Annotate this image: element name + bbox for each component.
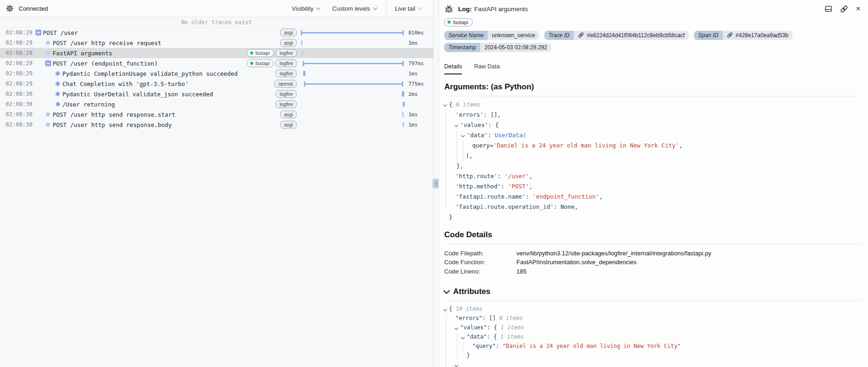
code-line: 'fastapi.route.operation_id': None,: [444, 202, 861, 212]
row-timestamp: 02:08:29: [6, 70, 33, 77]
menu-custom-levels[interactable]: Custom levels: [332, 5, 377, 12]
copy-link-button[interactable]: [840, 5, 848, 13]
code-detail-label: Code Filepath:: [444, 249, 516, 258]
tree-collapse-icon[interactable]: [443, 102, 447, 106]
span-diamond-icon: [45, 112, 50, 117]
section-rule: [444, 96, 861, 96]
scope-badge: asgi: [280, 111, 297, 119]
code-line: { 6 items: [444, 100, 861, 110]
trace-row[interactable]: 02:08:29Chat Completion with 'gpt-3.5-tu…: [0, 79, 433, 89]
scope-badge: logfire: [276, 70, 297, 78]
row-timestamp: 02:08:30: [6, 121, 33, 128]
scope-badge: fastapi: [247, 49, 274, 57]
timeline: [300, 109, 407, 120]
meta-value: 2024-05-03 02:08:29.292: [480, 43, 551, 52]
collapse-icon[interactable]: [45, 60, 51, 67]
tree-collapse-icon[interactable]: [454, 123, 458, 127]
chevron-down-icon: [418, 6, 423, 10]
scope-badge: logfire: [276, 49, 297, 57]
span-diamond-icon: [45, 122, 50, 127]
chevron-down-icon: [373, 6, 377, 10]
meta-pill-trace-id[interactable]: Trace ID#e8224d24d41f064b112c6eb9cb58cac…: [544, 31, 689, 40]
chevron-down-icon: [316, 6, 321, 10]
section-rule: [444, 244, 861, 244]
code-details-rows: Code Filepath:venv/lib/python3.12/site-p…: [444, 249, 861, 276]
code-line: 'values': {: [444, 120, 861, 130]
timeline: [300, 58, 407, 68]
detail-panel-header: Log:FastAPI arguments: [439, 0, 868, 13]
trace-row[interactable]: 02:08:29POST /userasgi810ms: [0, 27, 433, 38]
code-detail-value: 185: [516, 267, 527, 276]
attributes-heading[interactable]: Attributes: [444, 287, 861, 296]
meta-value: unknown_service: [488, 31, 539, 40]
row-duration: 1ms: [408, 122, 418, 128]
green-dot-icon: [448, 20, 451, 24]
meta-label: Service Name: [444, 31, 488, 40]
live-tail-label: Live tail: [395, 5, 415, 12]
trace-row[interactable]: 02:08:30Pydantic UserDetail validate_jso…: [0, 89, 433, 99]
row-timestamp: 02:08:30: [6, 91, 33, 97]
trace-row[interactable]: 02:08:29POST /user (endpoint_function)fa…: [0, 58, 433, 68]
timeline: [300, 38, 407, 48]
trace-row[interactable]: 02:08:29FastAPI argumentsfastapilogfire: [0, 48, 433, 58]
scope-badge: openai: [274, 80, 297, 88]
span-name: POST /user http receive request: [53, 40, 161, 47]
code-detail-row: Code Lineno:185: [444, 267, 861, 276]
tree-collapse-icon[interactable]: [454, 326, 458, 330]
log-circle-icon: [46, 51, 50, 55]
detail-title: Log:FastAPI arguments: [458, 6, 528, 13]
scope-badge: asgi: [280, 39, 297, 47]
trace-row[interactable]: 02:08:29Pydantic CompletionUsage validat…: [0, 68, 433, 79]
row-duration: 775ms: [408, 81, 424, 87]
detail-panel: Log:FastAPI arguments: [439, 0, 868, 367]
trace-panel-header: Connected VisibilityCustom levels Live t…: [0, 0, 433, 17]
duration-bar: [301, 32, 404, 33]
trace-row[interactable]: 02:08:30/User returninglogfire: [0, 99, 433, 109]
duration-bar: [304, 83, 403, 85]
detail-title-text: FastAPI arguments: [474, 6, 528, 13]
meta-value: #e8224d24d41f064b112c6eb9cb58cacf: [574, 31, 689, 40]
scope-badge: asgi: [280, 29, 297, 37]
trace-panel: Connected VisibilityCustom levels Live t…: [0, 0, 434, 367]
duration-bar: [303, 63, 404, 64]
scope-badge: logfire: [276, 90, 297, 98]
scope-badge: fastapi: [247, 60, 274, 67]
link-icon: [727, 32, 733, 38]
trace-row[interactable]: 02:08:30POST /user http send response.st…: [0, 109, 433, 120]
collapse-icon[interactable]: [35, 30, 41, 36]
settings-button[interactable]: [6, 5, 14, 12]
code-line: "query": "Daniel is a 24 year old man li…: [444, 341, 861, 351]
span-name: POST /user http send response.start: [53, 111, 175, 118]
close-button[interactable]: ×: [856, 5, 861, 13]
tab-raw-data[interactable]: Raw Data: [474, 63, 500, 74]
attributes-code: { 10 items"errors": [] 0 items"values": …: [444, 304, 861, 360]
timeline: [300, 99, 407, 109]
live-tail-dropdown[interactable]: Live tail: [386, 0, 433, 17]
trace-row[interactable]: 02:08:29POST /user http receive requesta…: [0, 38, 433, 48]
span-name: Pydantic CompletionUsage validate_python…: [62, 70, 237, 77]
span-name: FastAPI arguments: [53, 50, 112, 57]
meta-pill-span-id[interactable]: Span ID#428e17a0ea9ad53b: [694, 31, 793, 40]
trace-row[interactable]: 02:08:30POST /user http send response.bo…: [0, 120, 433, 130]
row-timestamp: 02:08:29: [6, 60, 33, 67]
attributes-section: Attributes { 10 items"errors": [] 0 item…: [444, 287, 861, 360]
tree-collapse-icon[interactable]: [443, 307, 447, 311]
code-line: 'fastapi.route.name': 'endpoint_function…: [444, 192, 861, 202]
code-detail-value: venv/lib/python3.12/site-packages/logfir…: [516, 249, 711, 258]
code-line: "values": { 1 items: [444, 323, 861, 332]
span-diamond-icon: [55, 81, 60, 86]
tree-collapse-icon[interactable]: [461, 133, 465, 137]
span-diamond-icon: [55, 71, 60, 76]
menu-visibility[interactable]: Visibility: [292, 5, 320, 12]
detail-tabs: DetailsRaw Data: [439, 63, 868, 74]
timeline: [300, 27, 407, 38]
panel-layout-button[interactable]: [825, 5, 832, 13]
tree-collapse-icon[interactable]: [461, 335, 465, 339]
tree-collapse-icon[interactable]: [454, 363, 458, 367]
row-duration: 797ms: [408, 60, 424, 67]
row-timestamp: 02:08:29: [6, 29, 33, 36]
tab-details[interactable]: Details: [444, 63, 462, 74]
code-line: 'http.method': 'POST',: [444, 181, 861, 192]
span-name: POST /user: [43, 29, 78, 36]
green-dot-icon: [250, 52, 253, 55]
